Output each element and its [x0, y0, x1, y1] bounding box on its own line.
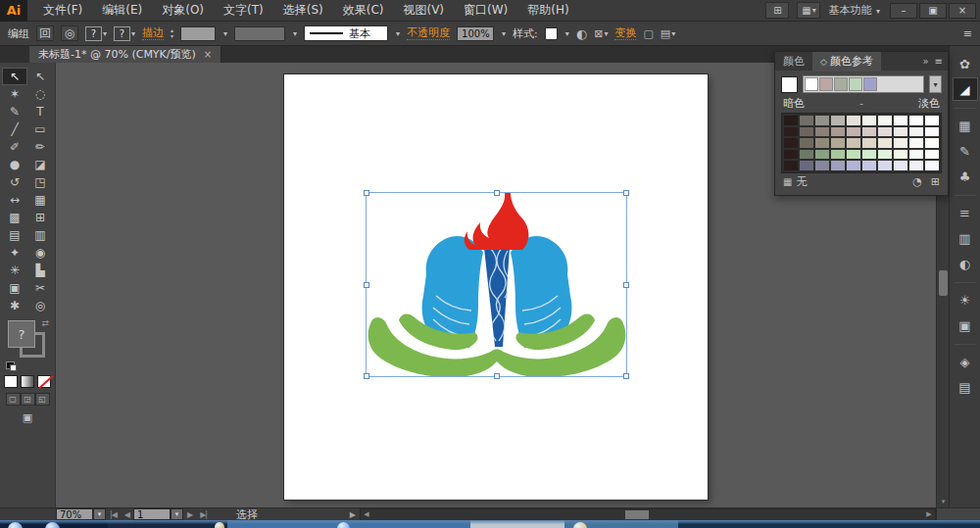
transparency-icon[interactable]: ◐ — [953, 252, 978, 275]
color-variation-swatch[interactable] — [893, 126, 908, 138]
status-expand-icon[interactable]: ▶ — [350, 510, 356, 519]
taskbar-segment-1[interactable] — [108, 520, 227, 528]
color-button[interactable] — [4, 375, 18, 388]
color-variation-swatch[interactable] — [814, 160, 830, 171]
artboard-dropdown-icon[interactable]: ▾ — [171, 508, 183, 520]
free-transform-tool[interactable]: ▦ — [27, 191, 53, 209]
swap-fill-stroke-icon[interactable]: ⇄ — [41, 318, 49, 328]
color-variation-swatch[interactable] — [846, 149, 861, 161]
color-variation-swatch[interactable] — [830, 160, 846, 171]
artboard-tool[interactable]: ▣ — [2, 279, 27, 297]
color-variation-swatch[interactable] — [908, 126, 924, 138]
color-variation-swatch[interactable] — [783, 115, 799, 126]
color-variation-swatch[interactable] — [846, 137, 861, 149]
stroke-link[interactable]: 描边 — [142, 26, 164, 40]
workspace-switcher[interactable]: 基本功能 ▾ — [828, 3, 880, 18]
color-variation-swatch[interactable] — [814, 149, 830, 161]
restore-button[interactable]: ▣ — [919, 3, 947, 19]
chevron-down-icon[interactable]: ▾ — [396, 29, 400, 38]
color-variation-swatch[interactable] — [877, 115, 893, 126]
chevron-down-icon[interactable]: ▾ — [502, 29, 506, 38]
artboards-icon[interactable]: ▤ — [953, 375, 978, 399]
tab-color-guide[interactable]: ◇颜色参考 — [812, 52, 881, 72]
color-variation-swatch[interactable] — [908, 115, 924, 126]
align-artboard-icon[interactable]: ▢ — [643, 27, 653, 40]
collapse-panel-icon[interactable]: » — [922, 56, 928, 67]
stroke-width-stepper[interactable]: ▴▾ — [171, 27, 173, 39]
eyedropper-tool[interactable]: ✦ — [2, 244, 27, 262]
stroke-icon[interactable]: ≡ — [953, 201, 978, 224]
menu-item-0[interactable]: 文件(F) — [33, 0, 92, 21]
color-variation-swatch[interactable] — [893, 137, 908, 149]
taskbar-app-icon[interactable] — [215, 522, 224, 528]
symbols-icon[interactable]: ♣ — [953, 165, 978, 188]
gradient-icon[interactable]: ▥ — [953, 226, 978, 250]
swatch-group-icon[interactable]: ▦ — [783, 176, 792, 187]
transform-link[interactable]: 变换 — [614, 26, 636, 40]
taskbar-app-icon[interactable] — [337, 522, 350, 528]
color-variation-swatch[interactable] — [861, 115, 877, 126]
blob-brush-tool[interactable]: ● — [2, 156, 27, 173]
color-variation-swatch[interactable] — [846, 115, 861, 126]
harmony-rules-field[interactable] — [803, 75, 924, 93]
color-variation-swatch[interactable] — [924, 137, 940, 149]
color-variation-swatch[interactable] — [830, 115, 846, 126]
menu-item-8[interactable]: 帮助(H) — [517, 0, 578, 21]
previous-artboard-icon[interactable]: ◀ — [121, 510, 133, 519]
screen-mode-icon[interactable]: ▣ — [0, 411, 55, 424]
selected-artwork[interactable] — [366, 192, 627, 377]
color-variation-swatch[interactable] — [814, 115, 830, 126]
color-variation-swatch[interactable] — [830, 137, 846, 149]
layers-icon[interactable]: ◈ — [953, 350, 978, 373]
last-artboard-icon[interactable]: ▶| — [196, 510, 211, 519]
color-variation-swatch[interactable] — [799, 115, 814, 126]
draw-normal-icon[interactable]: ▢ — [6, 393, 21, 406]
color-variation-swatch[interactable] — [846, 126, 861, 138]
color-variation-swatch[interactable] — [877, 160, 893, 171]
color-variation-swatch[interactable] — [861, 137, 877, 149]
scale-tool[interactable]: ◳ — [27, 173, 53, 191]
zoom-level-input[interactable]: 70% — [56, 508, 93, 520]
color-variation-swatch[interactable] — [924, 115, 940, 126]
menu-item-4[interactable]: 选择(S) — [273, 0, 333, 21]
document-setup-icon[interactable]: ⊠▾ — [594, 27, 608, 40]
chevron-down-icon[interactable]: ▾ — [223, 29, 227, 38]
style-swatch[interactable] — [545, 27, 558, 40]
center-reference-icon[interactable]: 回 — [36, 25, 54, 41]
opacity-input[interactable]: 100% — [457, 26, 494, 41]
default-fill-stroke-icon[interactable] — [6, 361, 15, 369]
first-artboard-icon[interactable]: |◀ — [106, 510, 121, 519]
swatches-icon[interactable]: ▦ — [953, 114, 978, 137]
horizontal-scrollbar[interactable]: ◀ ▶ — [360, 508, 936, 521]
variable-width-profile-dropdown[interactable] — [234, 26, 285, 41]
close-tab-icon[interactable]: × — [204, 49, 212, 60]
color-variation-swatch[interactable] — [893, 160, 908, 171]
color-variation-swatch[interactable] — [830, 126, 846, 138]
taskbar-segment-5[interactable] — [678, 520, 980, 528]
isolate-selection-icon[interactable]: ◎ — [61, 25, 78, 41]
opacity-link[interactable]: 不透明度 — [407, 26, 450, 40]
color-variation-swatch[interactable] — [783, 149, 799, 161]
fill-stroke-proxy[interactable]: ? ⇄ — [6, 318, 49, 371]
color-variation-swatch[interactable] — [783, 160, 799, 171]
gradient-tool[interactable]: ▥ — [27, 226, 53, 244]
stroke-width-input[interactable] — [180, 26, 216, 41]
slice-tool[interactable]: ✂ — [27, 279, 53, 297]
brush-definition-dropdown[interactable]: 基本 — [304, 25, 388, 41]
next-artboard-icon[interactable]: ▶ — [183, 510, 196, 519]
save-to-swatches-icon[interactable]: ⊞ — [931, 175, 940, 188]
scroll-right-icon[interactable]: ▶ — [923, 509, 935, 520]
minimize-button[interactable]: – — [890, 3, 917, 19]
color-variation-swatch[interactable] — [924, 126, 940, 138]
tab-color[interactable]: 颜色 — [775, 52, 812, 71]
column-graph-tool[interactable]: ▙ — [27, 262, 53, 279]
arrange-documents-icon[interactable]: ▦▾ — [797, 2, 820, 19]
recolor-artwork-icon[interactable]: ◐ — [576, 26, 587, 41]
color-variation-swatch[interactable] — [799, 126, 814, 138]
color-variation-swatch[interactable] — [877, 149, 893, 161]
color-variation-swatch[interactable] — [924, 160, 940, 171]
width-tool[interactable]: ↔ — [2, 191, 27, 209]
menu-item-7[interactable]: 窗口(W) — [454, 0, 517, 21]
line-segment-tool[interactable]: ╱ — [2, 120, 27, 138]
color-guide-icon[interactable]: ◢ — [953, 77, 978, 101]
